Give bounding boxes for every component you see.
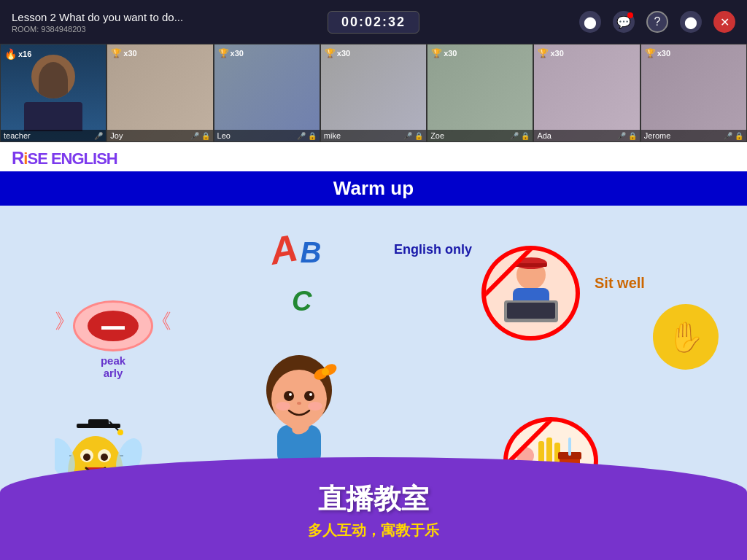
letter-c: C: [292, 286, 311, 317]
video-strip: 🔥 x16 teacher 🎤 🏆 x30 Joy 🎤 🔒 🏆 x30 Leo …: [0, 44, 747, 142]
ada-name: Ada: [537, 131, 614, 140]
lock-icon-leo: 🔒: [308, 132, 317, 140]
mic-icon-joy: 🎤: [190, 132, 199, 140]
svg-point-8: [308, 402, 322, 411]
mike-trophy: 🏆 x30: [325, 48, 350, 58]
teacher-trophy: 🔥 x16: [4, 48, 31, 60]
svg-rect-21: [88, 419, 109, 425]
leo-score: x30: [231, 49, 244, 58]
video-cell-zoe[interactable]: 🏆 x30 Zoe 🎤 🔒: [427, 44, 533, 142]
lock-icon-ada: 🔒: [628, 132, 637, 140]
joy-score: x30: [123, 49, 136, 58]
chinese-subtitle: 多人互动，寓教于乐: [308, 521, 439, 540]
yellow-hand-circle: ✋: [653, 304, 719, 370]
letter-a: A: [266, 225, 301, 273]
video-cell-jerome[interactable]: 🏆 x30 Jerome 🎤 🔒: [640, 44, 747, 142]
chat-icon[interactable]: 💬: [613, 11, 635, 33]
svg-point-2: [284, 391, 294, 401]
joy-label: Joy 🎤 🔒: [107, 130, 212, 141]
ada-label: Ada 🎤 🔒: [534, 130, 639, 141]
mike-label: mike 🎤 🔒: [321, 130, 426, 141]
camera-icon[interactable]: ⬤: [579, 11, 601, 33]
svg-rect-19: [507, 303, 555, 319]
rise-logo: RiSE ENGLISH: [12, 148, 117, 168]
letter-b: B: [301, 236, 322, 269]
chinese-title: 直播教室: [318, 481, 429, 518]
mic-icon-leo: 🎤: [297, 132, 306, 140]
jerome-name: Jerome: [644, 131, 721, 140]
room-id: ROOM: 9384948203: [12, 25, 579, 34]
sit-well-text: Sit well: [595, 275, 645, 292]
speak-text-1: peak: [101, 354, 125, 367]
mic-icon-mike: 🎤: [403, 132, 412, 140]
close-icon[interactable]: ✕: [713, 11, 735, 33]
video-cell-leo[interactable]: 🏆 x30 Leo 🎤 🔒: [214, 44, 320, 142]
video-cell-ada[interactable]: 🏆 x30 Ada 🎤 🔒: [533, 44, 640, 142]
svg-point-4: [289, 393, 292, 396]
mic-icon-zoe: 🎤: [510, 132, 519, 140]
svg-point-6: [297, 402, 301, 405]
svg-point-5: [309, 393, 312, 396]
header-title-area: Lesson 2 What do you want to do... ROOM:…: [12, 11, 579, 34]
leo-label: Leo 🎤 🔒: [214, 130, 320, 141]
svg-point-3: [304, 391, 314, 401]
zoe-trophy: 🏆 x30: [431, 48, 457, 58]
leo-trophy: 🏆 x30: [218, 48, 244, 58]
lock-icon-zoe: 🔒: [521, 132, 530, 140]
header: Lesson 2 What do you want to do... ROOM:…: [0, 0, 747, 44]
zoe-label: Zoe 🎤 🔒: [427, 130, 533, 141]
record-icon[interactable]: ⬤: [680, 11, 702, 33]
teacher-label: teacher 🎤: [1, 130, 106, 141]
mic-icon-jerome: 🎤: [724, 132, 732, 140]
lesson-title: Lesson 2 What do you want to do...: [12, 11, 579, 23]
svg-rect-16: [515, 263, 547, 267]
svg-point-36: [101, 454, 108, 461]
content-area: RiSE ENGLISH Warm up AB C English only 》…: [0, 142, 747, 560]
svg-rect-45: [568, 438, 571, 456]
mouth-speak-area: 》 ▬▬ 《 peak arly: [73, 300, 153, 379]
lock-icon-joy: 🔒: [201, 132, 210, 140]
question-icon[interactable]: ?: [646, 11, 668, 33]
speak-text-2: arly: [104, 367, 123, 379]
warm-up-title: Warm up: [333, 177, 414, 199]
timer: 00:02:32: [328, 11, 419, 34]
zoe-name: Zoe: [430, 131, 508, 140]
ada-trophy: 🏆 x30: [538, 48, 563, 58]
hand-icon: ✋: [667, 320, 704, 354]
leo-name: Leo: [217, 131, 295, 140]
mike-name: mike: [324, 131, 401, 140]
bottom-purple-section: 直播教室 多人互动，寓教于乐: [0, 457, 747, 560]
jerome-label: Jerome 🎤 🔒: [641, 130, 746, 141]
teacher-score: x16: [18, 50, 31, 58]
svg-point-7: [276, 402, 290, 411]
wave-left-icon: 》: [55, 308, 75, 335]
mike-score: x30: [337, 49, 350, 58]
jerome-trophy: 🏆 x30: [645, 48, 670, 58]
wave-right-icon: 《: [151, 308, 171, 335]
slide-area: AB C English only 》 ▬▬ 《 peak arly: [0, 206, 747, 560]
video-cell-teacher[interactable]: 🔥 x16 teacher 🎤: [0, 44, 107, 142]
teeth-icon: ▬▬: [101, 319, 125, 332]
video-cell-joy[interactable]: 🏆 x30 Joy 🎤 🔒: [107, 44, 213, 142]
lock-icon-mike: 🔒: [414, 132, 423, 140]
video-cell-mike[interactable]: 🏆 x30 mike 🎤 🔒: [320, 44, 427, 142]
mouth-graphic: ▬▬: [73, 300, 153, 351]
speak-early-text: peak arly: [73, 354, 153, 379]
jerome-score: x30: [657, 49, 670, 58]
svg-point-23: [117, 429, 123, 435]
mic-icon-ada: 🎤: [617, 132, 626, 140]
joy-trophy: 🏆 x30: [111, 48, 136, 58]
header-icons: ⬤ 💬 ? ⬤ ✕: [579, 11, 735, 33]
abc-container: AB C: [270, 228, 321, 317]
teacher-name: teacher: [4, 131, 92, 140]
lock-icon-jerome: 🔒: [735, 132, 743, 140]
joy-name: Joy: [110, 131, 187, 140]
english-only-text: English only: [394, 242, 472, 257]
room-label: ROOM:: [12, 25, 39, 34]
zoe-score: x30: [444, 49, 457, 58]
svg-point-35: [83, 454, 90, 461]
room-number: 9384948203: [41, 25, 85, 34]
ada-score: x30: [550, 49, 563, 58]
no-device-circle: [481, 246, 580, 341]
svg-point-11: [322, 368, 329, 376]
